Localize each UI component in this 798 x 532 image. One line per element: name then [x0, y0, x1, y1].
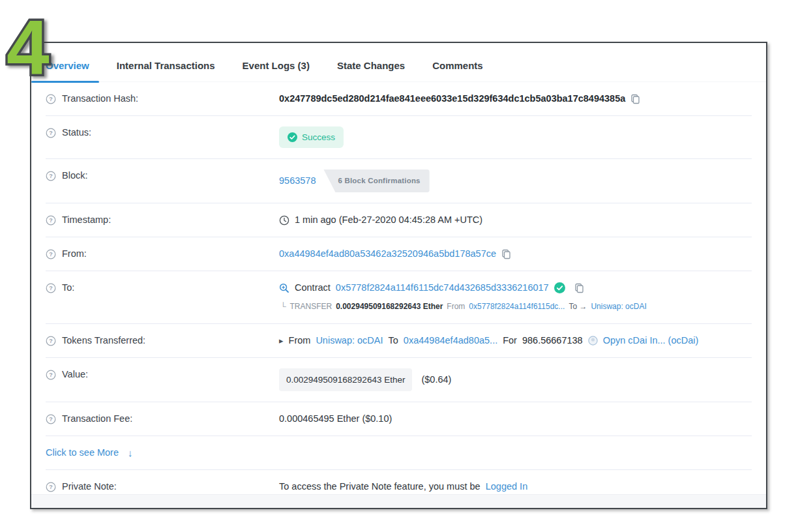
- check-circle-icon: [288, 132, 297, 142]
- svg-text:?: ?: [49, 372, 53, 378]
- transaction-fee-label: Transaction Fee:: [62, 413, 132, 425]
- row-transaction-hash: ? Transaction Hash: 0x247789dc5ed280d214…: [46, 82, 752, 116]
- svg-text:4: 4: [7, 5, 50, 89]
- row-tokens-transferred: ? Tokens Transferred: ▸ From Uniswap: oc…: [46, 324, 752, 358]
- from-label: From:: [62, 248, 87, 260]
- help-icon[interactable]: ?: [46, 171, 56, 181]
- svg-text:?: ?: [49, 285, 53, 291]
- svg-text:?: ?: [49, 96, 53, 102]
- timestamp-label: Timestamp:: [62, 214, 111, 226]
- tokens-transferred-label: Tokens Transferred:: [62, 334, 145, 347]
- row-value: ? Value: 0.002949509168292643 Ether ($0.…: [46, 358, 752, 402]
- help-icon[interactable]: ?: [46, 249, 56, 259]
- row-to: ? To: Contract 0x5778f2824a114f6115dc74d…: [46, 271, 752, 324]
- arrow-down-icon: ↓: [128, 447, 133, 459]
- see-more-text: Click to see More: [46, 447, 119, 459]
- token-for-word: For: [503, 334, 517, 347]
- help-icon[interactable]: ?: [46, 215, 56, 226]
- copy-icon[interactable]: [574, 283, 584, 293]
- token-from-name-link[interactable]: Uniswap: ocDAI: [316, 334, 383, 347]
- row-status: ? Status: Success: [46, 116, 752, 159]
- svg-text:?: ?: [49, 217, 53, 224]
- tab-bar: Overview Internal Transactions Event Log…: [31, 43, 766, 82]
- transfer-from-address-link[interactable]: 0x5778f2824a114f6115dc...: [469, 301, 565, 313]
- card-footer: [31, 494, 766, 508]
- transaction-fee-value: 0.000465495 Ether ($0.10): [279, 413, 392, 425]
- token-logo-icon: [588, 336, 598, 346]
- transfer-amount: 0.002949509168292643 Ether: [336, 301, 443, 313]
- value-usd: ($0.64): [421, 374, 451, 386]
- contract-word: Contract: [295, 282, 331, 294]
- transaction-hash-value: 0x247789dc5ed280d214fae841eee6033e15d329…: [279, 93, 625, 105]
- to-label: To:: [62, 282, 74, 294]
- help-icon[interactable]: ?: [46, 482, 56, 492]
- block-label: Block:: [62, 170, 88, 182]
- svg-text:?: ?: [49, 173, 53, 179]
- help-icon[interactable]: ?: [46, 128, 56, 138]
- zoom-in-icon[interactable]: [279, 283, 289, 293]
- branch-icon: └: [280, 301, 286, 313]
- svg-text:?: ?: [49, 484, 53, 490]
- transfer-to-word: To →: [569, 301, 587, 313]
- timestamp-value: 1 min ago (Feb-27-2020 04:45:28 AM +UTC): [295, 214, 482, 226]
- annotation-number-4: 4: [4, 5, 69, 91]
- value-label: Value:: [62, 368, 88, 381]
- transaction-detail-card: Overview Internal Transactions Event Log…: [30, 42, 767, 509]
- row-block: ? Block: 9563578 6 Block Confirmations: [46, 159, 752, 203]
- see-more-link[interactable]: Click to see More ↓: [46, 447, 133, 459]
- row-from: ? From: 0xa44984ef4ad80a53462a32520946a5…: [46, 237, 752, 271]
- svg-text:?: ?: [49, 338, 53, 344]
- from-address-link[interactable]: 0xa44984ef4ad80a53462a32520946a5bd178a57…: [279, 248, 496, 260]
- help-icon[interactable]: ?: [46, 414, 56, 424]
- svg-text:?: ?: [49, 130, 53, 136]
- token-name-link[interactable]: Opyn cDai In... (ocDai): [603, 334, 699, 347]
- block-confirmations-badge: 6 Block Confirmations: [323, 170, 429, 192]
- block-number-link[interactable]: 9563578: [279, 175, 316, 187]
- row-transaction-fee: ? Transaction Fee: 0.000465495 Ether ($0…: [46, 402, 752, 436]
- clock-icon: [279, 215, 289, 226]
- tab-internal-transactions[interactable]: Internal Transactions: [117, 60, 215, 71]
- status-label: Status:: [62, 126, 91, 139]
- status-text: Success: [302, 131, 335, 143]
- tab-state-changes[interactable]: State Changes: [337, 60, 405, 71]
- value-amount-badge: 0.002949509168292643 Ether: [279, 368, 412, 391]
- private-note-text: To access the Private Note feature, you …: [279, 480, 480, 493]
- token-to-word: To: [389, 334, 398, 347]
- tab-event-logs[interactable]: Event Logs (3): [243, 60, 310, 71]
- private-note-label: Private Note:: [62, 480, 117, 493]
- help-icon[interactable]: ?: [46, 370, 56, 380]
- help-icon[interactable]: ?: [46, 336, 56, 346]
- transaction-hash-label: Transaction Hash:: [62, 93, 138, 105]
- caret-right-icon[interactable]: ▸: [279, 336, 284, 345]
- row-see-more: Click to see More ↓: [46, 436, 752, 470]
- to-contract-address-link[interactable]: 0x5778f2824a114f6115dc74d432685d33362160…: [336, 282, 549, 294]
- copy-icon[interactable]: [630, 94, 640, 104]
- token-from-word: From: [289, 334, 311, 347]
- svg-text:?: ?: [49, 416, 53, 422]
- row-label: ? Transaction Hash:: [46, 93, 279, 105]
- verified-check-icon: [554, 282, 565, 293]
- transfer-to-name-link[interactable]: Uniswap: ocDAI: [591, 301, 646, 313]
- logged-in-link[interactable]: Logged In: [486, 480, 528, 493]
- token-amount: 986.56667138: [522, 334, 583, 347]
- transfer-prefix: TRANSFER: [290, 301, 332, 313]
- help-icon[interactable]: ?: [46, 94, 56, 104]
- svg-text:?: ?: [49, 251, 53, 258]
- tab-comments[interactable]: Comments: [432, 60, 483, 71]
- row-timestamp: ? Timestamp: 1 min ago (Feb-27-2020 04:4…: [46, 203, 752, 237]
- token-to-address-link[interactable]: 0xa44984ef4ad80a5...: [404, 334, 497, 347]
- transfer-from-word: From: [447, 301, 465, 313]
- status-badge: Success: [279, 126, 344, 148]
- copy-icon[interactable]: [501, 249, 511, 259]
- help-icon[interactable]: ?: [46, 283, 56, 293]
